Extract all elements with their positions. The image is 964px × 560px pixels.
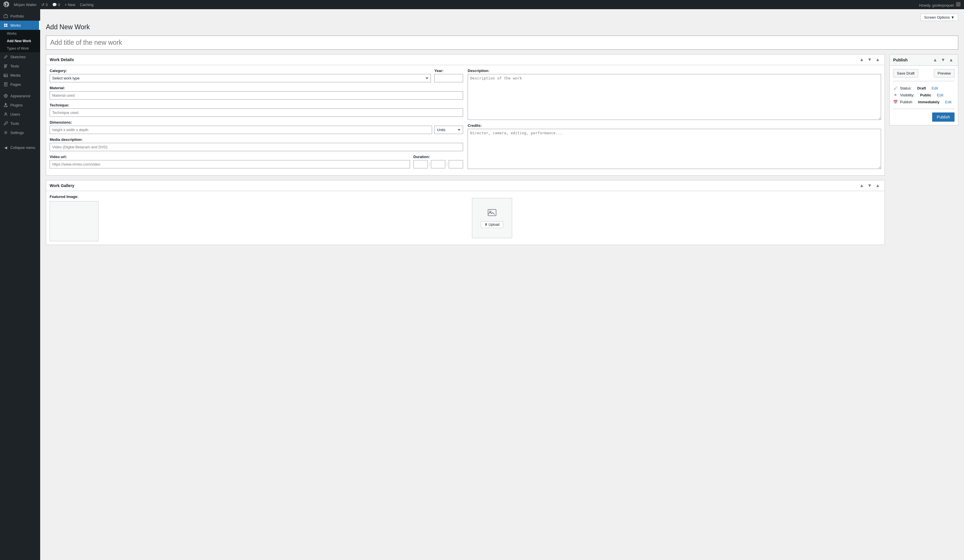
svg-rect-16 (4, 106, 7, 107)
publish-box-header: Publish ▲ ▼ ▲ (890, 54, 958, 66)
duration-seconds[interactable]: 00 (449, 160, 463, 168)
sidebar-submenu-add-new[interactable]: Add New Work (0, 37, 40, 45)
gallery-collapse-up[interactable]: ▲ (858, 183, 865, 189)
credits-textarea[interactable] (467, 129, 881, 169)
adminbar-updates[interactable]: ↺ 3 (41, 3, 47, 7)
upload-button[interactable]: ⬆ Upload (481, 221, 503, 228)
save-draft-button[interactable]: Save Draft (893, 69, 918, 77)
status-icon: 🖊 (893, 86, 898, 90)
sidebar-item-texts[interactable]: Texts (0, 61, 40, 70)
work-title-input[interactable] (46, 36, 958, 50)
wp-logo[interactable] (3, 2, 9, 8)
technique-input[interactable] (50, 109, 463, 117)
sidebar-label-tools: Tools (10, 121, 19, 125)
year-group: Year: 2021 (435, 68, 463, 82)
publish-status-row: 🖊 Status: Draft Edit (893, 85, 954, 91)
tools-icon (3, 121, 8, 125)
dimensions-row: Units cm mm m in ft (50, 125, 463, 134)
work-details-body: Category: Select work type Painting Scul… (46, 65, 884, 175)
duration-sep-2: : (446, 162, 448, 166)
metabox-collapse-up[interactable]: ▲ (858, 57, 865, 63)
sidebar-item-users[interactable]: Users (0, 109, 40, 119)
adminbar-new[interactable]: + New (65, 3, 75, 7)
publish-date-edit[interactable]: Edit (945, 100, 951, 104)
units-select[interactable]: Units cm mm m in ft (435, 125, 463, 134)
material-input[interactable] (50, 91, 463, 99)
sidebar-item-sketches[interactable]: Sketches (0, 52, 40, 61)
submenu-addnew-label: Add New Work (7, 39, 31, 43)
sidebar-item-media[interactable]: Media (0, 70, 40, 80)
video-url-input[interactable] (50, 160, 410, 168)
duration-hours[interactable]: 00 (414, 160, 428, 168)
publish-status-edit[interactable]: Edit (931, 86, 938, 90)
publish-box: Publish ▲ ▼ ▲ Save Draft Preview (889, 54, 958, 125)
sidebar-label-works: Works (10, 23, 21, 28)
publish-box-title: Publish (893, 58, 908, 62)
svg-rect-7 (4, 67, 7, 67)
svg-rect-1 (4, 24, 5, 25)
publish-collapse-down[interactable]: ▼ (940, 57, 946, 63)
svg-rect-19 (488, 210, 496, 216)
duration-minutes[interactable]: 00 (431, 160, 445, 168)
sidebar-submenu-types[interactable]: Types of Work (0, 45, 40, 52)
year-label: Year: (435, 68, 463, 73)
svg-rect-8 (4, 67, 6, 68)
sidebar-item-settings[interactable]: Settings (0, 128, 40, 137)
settings-icon (3, 130, 8, 135)
publish-box-btns: ▲ ▼ ▲ (931, 57, 954, 63)
screen-options-bar: Screen Options ▼ (46, 14, 958, 21)
sidebar-submenu-works[interactable]: Works (0, 30, 40, 37)
sidebar: Portfolio Works Works Add New Work Types… (0, 9, 40, 560)
metabox-controls: ▲ ▼ ▲ (858, 57, 881, 63)
sidebar-item-plugins[interactable]: Plugins (0, 100, 40, 109)
media-desc-group: Media description: (50, 137, 463, 151)
duration-row: 00 : 00 : 00 (414, 160, 463, 168)
metabox-collapse-down[interactable]: ▼ (866, 57, 873, 63)
sidebar-label-media: Media (10, 73, 20, 77)
svg-rect-0 (4, 15, 8, 18)
gallery-collapse-down[interactable]: ▼ (866, 183, 873, 189)
media-desc-input[interactable] (50, 143, 463, 151)
upload-label: Upload (489, 223, 500, 226)
featured-image-slot[interactable] (50, 201, 98, 241)
publish-visibility-edit[interactable]: Edit (937, 93, 943, 97)
sidebar-item-pages[interactable]: Pages (0, 80, 40, 89)
admin-avatar (956, 2, 961, 7)
publish-visibility-row: 👁 Visibility: Public Edit (893, 91, 954, 98)
year-input[interactable]: 2021 (435, 74, 463, 82)
sidebar-item-tools[interactable]: Tools (0, 119, 40, 128)
pages-icon (3, 82, 8, 86)
publish-visibility-label: Visibility: (900, 93, 914, 97)
preview-button[interactable]: Preview (934, 69, 954, 77)
publish-collapse-up[interactable]: ▲ (931, 57, 938, 63)
publish-toggle[interactable]: ▲ (948, 57, 954, 63)
adminbar-user[interactable]: Howdy, gsolerpoquet (919, 2, 961, 8)
svg-point-18 (5, 132, 7, 133)
metabox-toggle[interactable]: ▲ (874, 57, 881, 63)
gallery-upload-box[interactable]: ⬆ Upload (472, 198, 512, 238)
category-select[interactable]: Select work type Painting Sculpture Draw… (50, 74, 431, 82)
description-label: Description: (467, 68, 881, 73)
credits-label: Credits: (467, 123, 881, 128)
adminbar-caching[interactable]: Caching (80, 3, 93, 7)
publish-actions: Save Draft Preview (893, 69, 954, 77)
adminbar-comments[interactable]: 💬 0 (52, 3, 60, 7)
publish-button[interactable]: Publish (932, 112, 954, 122)
gallery-image-icon (487, 208, 497, 219)
gallery-toggle[interactable]: ▲ (874, 183, 881, 189)
adminbar-site-name[interactable]: Mirjam Walter (14, 3, 37, 7)
sidebar-item-portfolio[interactable]: Portfolio (0, 11, 40, 21)
gallery-featured-row: Featured Image: (50, 194, 881, 241)
sidebar-collapse[interactable]: ◀ Collapse menu (0, 143, 40, 152)
screen-options-button[interactable]: Screen Options ▼ (920, 14, 958, 21)
publish-footer: Publish (893, 112, 954, 122)
sidebar-label-portfolio: Portfolio (10, 14, 24, 18)
dimensions-input[interactable] (50, 125, 432, 134)
work-gallery-header: Work Gallery ▲ ▼ ▲ (46, 181, 884, 191)
sidebar-item-appearance[interactable]: Appearance (0, 91, 40, 100)
gallery-body: Featured Image: (46, 191, 884, 245)
description-textarea[interactable] (467, 74, 881, 120)
sidebar-item-works[interactable]: Works (0, 21, 40, 30)
admin-bar: Mirjam Walter ↺ 3 💬 0 + New Caching Howd… (0, 0, 964, 9)
gallery-metabox-controls: ▲ ▼ ▲ (858, 183, 881, 189)
